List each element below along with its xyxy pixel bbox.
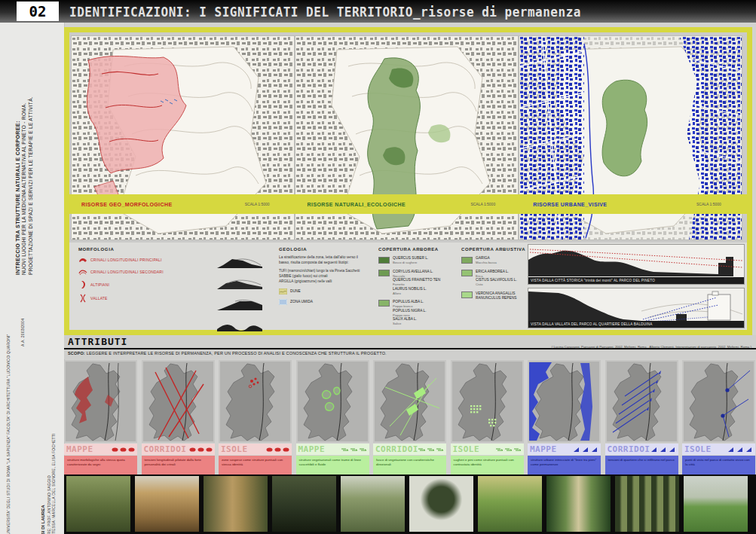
- panel-number: 02: [17, 2, 59, 21]
- label-desc: tensioni longitudinali pilotate dalla fo…: [142, 456, 215, 474]
- crinali-secondari-icon: [78, 268, 87, 276]
- scopo-line: SCOPO: LEGGERE E INTERPRETARE LE RISORSE…: [68, 351, 387, 355]
- left-sidebar: UNIVERSITA' DEGLI STUDI DI ROMA "LA SAPI…: [0, 23, 65, 534]
- thumb-red-mappe: [64, 360, 137, 443]
- photo-pine-trunks: [615, 476, 679, 532]
- legend-geologia: GEOLOGIA La stratificazione della zona, …: [279, 247, 368, 305]
- label-desc: punti di vista nel parco di contatto vis…: [682, 456, 755, 474]
- label-word: CORRIDOI: [608, 444, 650, 454]
- project-subtitle-2: PROGETTAZIONE DI SPAZI E SERVIZI PER LE …: [27, 96, 34, 275]
- label-word: MAPPE: [298, 444, 326, 454]
- green-dash-icons: [418, 447, 444, 452]
- label-red-isole: ISOLE zone sospese come strutture puntua…: [219, 444, 292, 474]
- label-word: ISOLE: [684, 444, 712, 454]
- blue-flag-icons: [650, 447, 676, 453]
- legend-item-crinali-principali: CRINALI LONGITUDINALI PRINCIPALI: [78, 256, 208, 264]
- legend-item-altipiani: ALTIPIANI: [78, 280, 208, 289]
- map-label-urbane: RISORSE URBANE_VISIVE: [533, 202, 607, 207]
- label-word: ISOLE: [453, 444, 480, 454]
- blue-flag-icons: [573, 447, 598, 453]
- photo-strip: [64, 474, 756, 534]
- photo-pine-alley: [546, 476, 611, 532]
- label-red-corridoi: CORRIDOI tensioni longitudinali pilotate…: [142, 444, 215, 474]
- arbustiva-group-1: GARIGA Macchia bassa: [461, 256, 537, 265]
- legend-arborea-title: COPERTURA ARBOREA: [378, 247, 455, 252]
- profile-altipiano: [217, 297, 262, 312]
- legend-item-zona-umida: ZONA UMIDA: [279, 299, 368, 305]
- header-bar: 02 IDENTIFICAZIONI: I SIGNIFICATI DEL TE…: [0, 0, 756, 23]
- species-common: Cisto: [476, 282, 517, 287]
- thesis-label: TESI DI LAUREA: [41, 505, 45, 534]
- label-blue-corridoi: CORRIDOI tensioni di quartiere che si in…: [605, 444, 678, 474]
- geologia-intro: La stratificazione della zona, letta dal…: [279, 255, 368, 265]
- species-common: Bosco di sughere: [393, 261, 428, 265]
- dune-label: DUNE: [290, 289, 301, 294]
- species-common: Alloro: [393, 291, 440, 296]
- thumb-red-isole: [219, 360, 292, 443]
- species-common: Salice: [393, 322, 427, 326]
- photo-meadow: [478, 476, 542, 532]
- scopo-text: LEGGERE E INTERPRETARE LE RISORSE DI PER…: [87, 351, 387, 355]
- map-label-geo: RISORSE GEO_MORFOLOGICHE: [81, 202, 172, 207]
- arbustiva-group-3: VERONICA ANAGALLIS RANUNCULUS REPENS: [461, 291, 537, 301]
- legend-item-dune: DUNE: [279, 288, 368, 294]
- label-desc: strutture morfologiche alla stessa quota…: [64, 456, 137, 474]
- legend-arbustiva-title: COPERTURA ARBUSTIVA: [461, 247, 537, 252]
- thumb-blue-isole: [682, 360, 755, 443]
- morfologia-profiles: [217, 247, 264, 336]
- label-desc: strutture urbane intrecciate di "linee t…: [528, 456, 601, 474]
- label-desc: strutture vegetazionali come trame di li…: [296, 456, 369, 474]
- arborea-swatch-2: [378, 270, 390, 276]
- label-word: CORRIDOI: [375, 444, 418, 454]
- project-title-block: INTRECCIO TRA STRUTTURE NATURALI E CORPO…: [15, 96, 34, 275]
- analysis-thumbnails: [64, 360, 756, 443]
- label-word: MAPPE: [66, 444, 93, 454]
- legend-label: CRINALI LONGITUDINALI SECONDARI: [90, 270, 164, 274]
- arbustiva-swatch-1: [461, 257, 473, 264]
- map-label-cell-2: RISORSE NATURALI_ECOLOGICHE SCALA 1:5000: [295, 194, 522, 214]
- geologia-strato-tufi: TUFI (marroncini/chiari) lungo la via Pi…: [279, 268, 368, 273]
- green-dash-icons: [341, 447, 367, 452]
- photo-tuff-cliff: [135, 476, 199, 532]
- thumb-red-corridoi: [142, 360, 215, 443]
- arbustiva-swatch-2: [461, 270, 473, 276]
- blue-flag-icons: [727, 447, 753, 453]
- arborea-group-1: QUERCUS SUBER L. Bosco di sughere: [378, 256, 455, 265]
- legend-morfologia: MORFOLOGIA CRINALI LONGITUDINALI PRINCIP…: [78, 247, 208, 303]
- attributi-heading: ATTRIBUTI: [68, 336, 127, 347]
- legend-geologia-title: GEOLOGIA: [279, 247, 368, 252]
- thumb-blue-mappe: [528, 360, 601, 443]
- profile-crinale-principale: [217, 255, 262, 270]
- crinali-principali-icon: [78, 256, 87, 264]
- red-ellipse-icons: [266, 447, 289, 452]
- profile-crinale-secondario: [217, 276, 262, 291]
- legend-label: CRINALI LONGITUDINALI PRINCIPALI: [90, 258, 162, 262]
- arborea-swatch-1: [378, 257, 390, 264]
- thumb-green-mappe: [296, 360, 369, 443]
- geologia-strato-sabbie: SABBIE (giallo fuoco) sui crinali: [279, 273, 368, 279]
- photo-city-view: [684, 476, 748, 532]
- thumb-green-corridoi: [373, 360, 446, 443]
- vallate-icon: [78, 294, 87, 303]
- university-credit: UNIVERSITA' DEGLI STUDI DI ROMA "LA SAPI…: [6, 334, 11, 534]
- arborea-group-3: POPULUS ALBA L. Pioppo bianco POPULUS NI…: [378, 300, 455, 326]
- map-board-frame: RISORSE GEO_MORFOLOGICHE SCALA 1:5000 RI…: [64, 27, 752, 335]
- species-name: VERONICA ANAGALLIS: [476, 291, 516, 296]
- legend-label: ALTIPIANI: [90, 282, 109, 287]
- map-label-band: RISORSE GEO_MORFOLOGICHE SCALA 1:5000 RI…: [69, 194, 747, 214]
- arborea-group-2: CORYLUS AVELLANA L. Nocciolo QUERCUS FRA…: [378, 270, 455, 296]
- credits-block: RELATORE: PROF. ANTONINO SAGGIO STUDENTE…: [47, 433, 56, 534]
- legend-strip: MORFOLOGIA CRINALI LONGITUDINALI PRINCIP…: [69, 243, 747, 330]
- arbustiva-swatch-3: [461, 291, 473, 298]
- photo-dense-wood: [272, 476, 336, 532]
- map-label-cell-1: RISORSE GEO_MORFOLOGICHE SCALA 1:5000: [69, 194, 295, 214]
- profile-vallata: [217, 318, 262, 333]
- label-desc: zone sospese come strutture puntuali con…: [219, 456, 292, 474]
- label-word: ISOLE: [221, 444, 248, 454]
- label-green-isole: ISOLE sugheri e pini come strutture punt…: [451, 444, 524, 474]
- label-blue-mappe: MAPPE strutture urbane intrecciate di "l…: [528, 444, 601, 474]
- photo-scrub-field: [66, 476, 130, 532]
- zona-umida-label: ZONA UMIDA: [290, 300, 313, 304]
- legend-label: VALLATE: [90, 296, 108, 301]
- student-credit: STUDENTESSA: MARCELLA DEL SIGNORE, ELISA…: [51, 433, 56, 534]
